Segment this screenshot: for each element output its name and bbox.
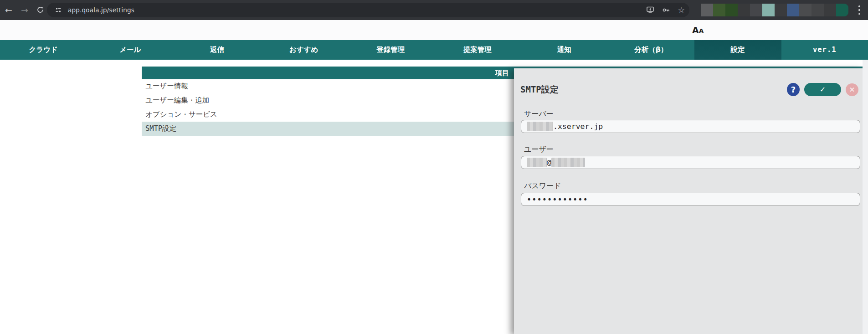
help-button[interactable]: ?: [787, 83, 800, 96]
extensions-strip: [701, 4, 848, 16]
extension-icon[interactable]: [824, 4, 836, 16]
reload-icon[interactable]: [35, 5, 46, 15]
url-text[interactable]: app.qoala.jp/settings: [68, 3, 134, 17]
server-input[interactable]: .xserver.jp: [521, 120, 860, 133]
site-info-icon[interactable]: [55, 6, 62, 14]
app-header: AA demo.company@qoala.jp: [0, 20, 868, 40]
font-size-big-a: A: [692, 25, 699, 35]
nav-item-reply[interactable]: 返信: [174, 40, 261, 60]
user-at-separator: @: [547, 158, 551, 167]
font-size-button[interactable]: AA: [692, 24, 707, 36]
close-button[interactable]: ✕: [846, 83, 858, 96]
scrollbar-track[interactable]: [863, 60, 868, 334]
extension-icon[interactable]: [750, 4, 762, 16]
key-icon[interactable]: [662, 6, 670, 14]
browser-toolbar: ← → app.qoala.jp/settings: [0, 0, 868, 20]
user-label: ユーザー: [524, 145, 554, 154]
extension-icon[interactable]: [787, 4, 799, 16]
main-nav: クラウド メール 返信 おすすめ 登録管理 提案管理 通知 分析（β） 設定 v…: [0, 40, 868, 60]
server-value-suffix: .xserver.jp: [553, 122, 603, 131]
nav-item-settings[interactable]: 設定: [694, 40, 781, 60]
extension-icon[interactable]: [836, 4, 848, 16]
redacted-user-domain: [551, 158, 585, 167]
settings-page: 項目 ユーザー情報 ユーザー編集・追加 オプション・サービス SMTP設定 SM…: [0, 60, 868, 334]
nav-item-registration[interactable]: 登録管理: [347, 40, 434, 60]
address-bar[interactable]: app.qoala.jp/settings ☆: [47, 3, 689, 17]
extension-icon[interactable]: [762, 4, 775, 16]
save-button[interactable]: ✓: [804, 83, 841, 96]
redacted-user-local: [527, 158, 547, 167]
nav-item-recommend[interactable]: おすすめ: [261, 40, 348, 60]
password-label: パスワード: [524, 181, 561, 191]
install-icon[interactable]: [646, 6, 654, 14]
nav-item-version[interactable]: ver.1: [781, 40, 868, 60]
extension-icon[interactable]: [799, 4, 812, 16]
bookmark-star-icon[interactable]: ☆: [678, 6, 685, 14]
extension-icon[interactable]: [713, 4, 725, 16]
extension-icon[interactable]: [725, 4, 738, 16]
nav-item-notification[interactable]: 通知: [521, 40, 608, 60]
extension-icon[interactable]: [812, 4, 824, 16]
user-input[interactable]: @: [521, 156, 860, 169]
extension-icon[interactable]: [701, 4, 713, 16]
server-label: サーバー: [524, 109, 554, 119]
forward-icon[interactable]: →: [19, 5, 30, 15]
nav-item-cloud[interactable]: クラウド: [0, 40, 87, 60]
extension-icon[interactable]: [775, 4, 787, 16]
smtp-settings-panel: SMTP設定 ? ✓ ✕ サーバー .xserver.jp ユーザー @ パスワ…: [514, 68, 863, 334]
nav-item-proposal[interactable]: 提案管理: [434, 40, 521, 60]
nav-item-analytics[interactable]: 分析（β）: [608, 40, 695, 60]
extension-icon[interactable]: [738, 4, 750, 16]
back-icon[interactable]: ←: [3, 5, 14, 15]
redacted-server-prefix: [527, 122, 553, 131]
nav-item-mail[interactable]: メール: [87, 40, 174, 60]
font-size-small-a: A: [699, 27, 704, 35]
panel-title: SMTP設定: [520, 84, 559, 96]
password-input[interactable]: ••••••••••••: [521, 193, 860, 206]
password-masked-value: ••••••••••••: [527, 195, 588, 204]
browser-menu-icon[interactable]: [858, 5, 861, 15]
